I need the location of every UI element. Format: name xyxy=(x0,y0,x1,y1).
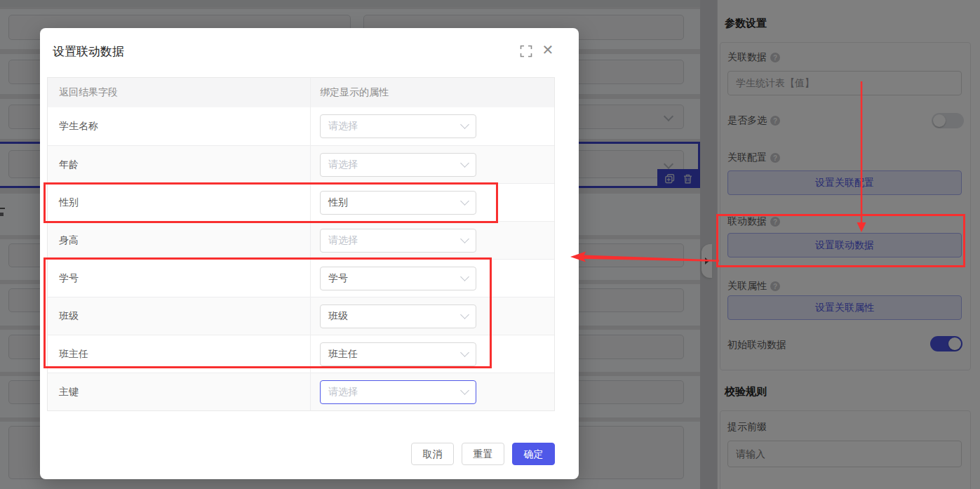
chevron-down-icon xyxy=(460,310,469,319)
table-row: 班主任 班主任 xyxy=(48,335,554,373)
table-header-row: 返回结果字段 绑定显示的属性 xyxy=(48,78,554,107)
chevron-down-icon xyxy=(460,120,469,129)
chevron-down-icon xyxy=(460,348,469,357)
attr-select[interactable]: 性别 xyxy=(320,191,476,215)
dialog-title: 设置联动数据 xyxy=(53,43,124,60)
table-row: 年龄 请选择 xyxy=(48,145,554,183)
table-row: 身高 请选择 xyxy=(48,221,554,259)
attr-select[interactable]: 请选择 xyxy=(320,229,476,253)
header-bound-attr: 绑定显示的属性 xyxy=(311,78,554,107)
chevron-down-icon xyxy=(460,159,469,168)
table-row: 学号 学号 xyxy=(48,259,554,297)
cancel-button[interactable]: 取消 xyxy=(411,443,454,465)
attr-select[interactable]: 请选择 xyxy=(320,114,476,138)
chevron-down-icon xyxy=(460,234,469,243)
chevron-down-icon xyxy=(460,272,469,281)
attr-select[interactable]: 班主任 xyxy=(320,342,476,366)
attr-select[interactable]: 学号 xyxy=(320,267,476,290)
attr-select[interactable]: 请选择 xyxy=(320,153,476,177)
table-row: 主键 请选择 xyxy=(48,373,554,410)
chevron-down-icon xyxy=(460,196,469,206)
binding-table: 返回结果字段 绑定显示的属性 学生名称 请选择 年龄 请选择 性别 性别 身高 … xyxy=(47,77,555,411)
table-row: 性别 性别 xyxy=(48,183,554,221)
close-icon[interactable]: ✕ xyxy=(541,42,555,58)
table-row: 学生名称 请选择 xyxy=(48,107,554,145)
table-row: 班级 班级 xyxy=(48,297,554,335)
header-return-fields: 返回结果字段 xyxy=(48,78,311,107)
chevron-down-icon xyxy=(460,386,469,395)
attr-select[interactable]: 班级 xyxy=(320,304,476,328)
reset-button[interactable]: 重置 xyxy=(462,443,504,465)
linkage-data-dialog: 设置联动数据 ✕ 返回结果字段 绑定显示的属性 学生名称 请选择 年龄 请选择 … xyxy=(40,28,579,479)
fullscreen-icon[interactable] xyxy=(520,45,532,58)
confirm-button[interactable]: 确定 xyxy=(512,443,555,465)
attr-select-focused[interactable]: 请选择 xyxy=(320,380,476,404)
